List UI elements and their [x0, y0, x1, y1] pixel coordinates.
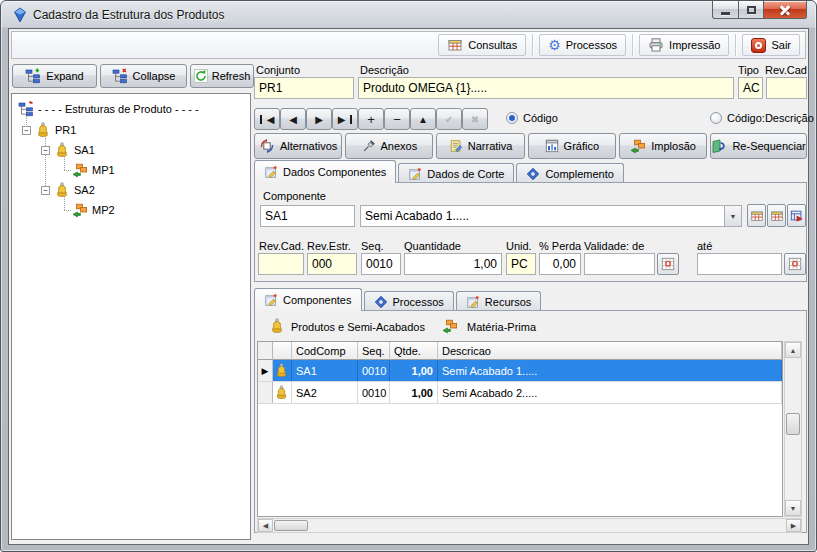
componentes-grid[interactable]: CodComp Seq. Qtde. Descricao ▶ SA1 0010 … [257, 341, 783, 517]
grid-row-sa1[interactable]: ▶ SA1 0010 1,00 Semi Acabado 1..... [258, 360, 782, 382]
tree-node-sa1[interactable]: − SA1 [41, 141, 95, 159]
structure-treeview[interactable]: - - - - Estruturas de Produto - - - - − … [11, 93, 251, 540]
componente-field[interactable]: SA1 [260, 205, 355, 227]
unid-field[interactable]: PC [506, 253, 536, 275]
impressao-button[interactable]: Impressão [639, 34, 729, 56]
nav-next-button[interactable]: ▶ [306, 108, 332, 130]
validade-ate-field[interactable] [697, 253, 782, 275]
nav-insert-button[interactable]: + [358, 108, 384, 130]
refresh-label: Refresh [212, 70, 251, 82]
cell-codcomp: SA1 [292, 360, 358, 381]
maximize-icon [747, 6, 756, 14]
grid-header-seq[interactable]: Seq. [358, 342, 390, 360]
cell-seq: 0010 [358, 382, 390, 403]
caption-buttons [712, 1, 807, 19]
expander-icon[interactable]: − [41, 146, 50, 155]
grid-header-indicator [258, 342, 273, 360]
grid-row-sa2[interactable]: SA2 0010 1,00 Semi Acabado 2..... [258, 382, 782, 404]
lookup-table-button-1[interactable] [747, 204, 766, 227]
radio-codigo-descricao[interactable]: Código:Descrição [710, 112, 814, 124]
scroll-thumb[interactable] [274, 520, 308, 531]
nav-first-icon: ◀ [267, 114, 275, 125]
anexos-button[interactable]: Anexos [345, 133, 433, 159]
tab-dados-de-corte[interactable]: Dados de Corte [398, 163, 514, 183]
nav-last-button[interactable]: ▶ [332, 108, 358, 130]
toolbar-separator [632, 34, 633, 56]
nav-edit-button[interactable]: ▲ [410, 108, 436, 130]
table-lookup-icon [447, 37, 463, 53]
tab-dados-componentes[interactable]: Dados Componentes [254, 160, 396, 183]
processos-button[interactable]: ⚙ Processos [539, 34, 626, 56]
alternativos-button[interactable]: Alternativos [254, 133, 342, 159]
grid-header-descricao[interactable]: Descricao [438, 342, 782, 360]
refresh-button[interactable]: Refresh [190, 64, 254, 88]
nav-last-icon: ▶ [338, 114, 346, 125]
goto-record-button[interactable] [787, 204, 806, 227]
tab-complemento[interactable]: Complemento [516, 163, 623, 183]
tree-node-pr1[interactable]: − PR1 [22, 121, 76, 139]
grid-header-qtde[interactable]: Qtde. [390, 342, 438, 360]
tree-node-sa2[interactable]: − SA2 [41, 181, 95, 199]
componente-combo[interactable]: Semi Acabado 1..... ▼ [360, 205, 742, 227]
expander-icon[interactable]: − [41, 186, 50, 195]
product-icon [35, 122, 51, 138]
chevron-down-icon[interactable]: ▼ [724, 206, 741, 226]
top-toolbar: Consultas ⚙ Processos Impressão Sair [11, 31, 806, 59]
tab-recursos[interactable]: Recursos [456, 291, 541, 311]
consultas-button[interactable]: Consultas [438, 34, 526, 56]
implosao-button[interactable]: Implosão [619, 133, 707, 159]
scroll-left-icon[interactable]: ◀ [258, 519, 273, 532]
grid-header-codcomp[interactable]: CodComp [292, 342, 358, 360]
radio-selected-icon[interactable] [506, 112, 518, 124]
product-icon [54, 182, 70, 198]
tree-node-mp1[interactable]: MP1 [72, 161, 115, 179]
revestr-field[interactable]: 000 [307, 253, 357, 275]
collapse-button[interactable]: Collapse [100, 64, 187, 88]
lookup-table-button-2[interactable] [767, 204, 786, 227]
validade-ate-calendar-button[interactable] [784, 253, 806, 275]
maximize-button[interactable] [739, 1, 764, 19]
resequenciar-button[interactable]: Re-Sequenciar [710, 133, 807, 159]
table-arrow-icon [790, 209, 804, 223]
descricao-field[interactable]: Produto OMEGA {1}..... [358, 77, 734, 99]
nav-post-button[interactable]: ✔ [436, 108, 462, 130]
revcad-field[interactable] [766, 77, 807, 99]
app-icon [12, 7, 28, 23]
tree-root-node[interactable]: - - - - Estruturas de Produto - - - - [18, 100, 199, 118]
close-button[interactable] [764, 1, 807, 19]
resequenciar-label: Re-Sequenciar [732, 140, 805, 152]
scroll-track[interactable] [785, 358, 801, 500]
quantidade-field[interactable]: 1,00 [404, 253, 502, 275]
validade-de-field[interactable] [584, 253, 655, 275]
title-bar[interactable]: Cadastro da Estrutura dos Produtos [1, 1, 816, 28]
nav-prior-button[interactable]: ◀ [280, 108, 306, 130]
tab-processos[interactable]: Processos [364, 291, 454, 311]
scroll-thumb[interactable] [786, 413, 800, 435]
nav-cancel-button[interactable]: ✖ [462, 108, 488, 130]
validade-de-calendar-button[interactable] [657, 253, 679, 275]
expander-icon[interactable]: − [22, 126, 31, 135]
table-lookup-icon [750, 209, 764, 223]
radio-unselected-icon[interactable] [710, 112, 722, 124]
scroll-right-icon[interactable]: ▶ [786, 519, 801, 532]
tab-componentes[interactable]: Componentes [254, 288, 362, 311]
scroll-up-icon[interactable]: ▲ [785, 342, 801, 358]
expand-button[interactable]: Expand [12, 64, 97, 88]
scroll-down-icon[interactable]: ▼ [785, 500, 801, 516]
radio-codigo[interactable]: Código [506, 112, 558, 124]
perda-field[interactable]: 0,00 [539, 253, 581, 275]
grid-vertical-scrollbar[interactable]: ▲ ▼ [784, 341, 802, 517]
grid-horizontal-scrollbar[interactable]: ◀ ▶ [257, 518, 802, 533]
seq-field[interactable]: 0010 [361, 253, 401, 275]
scroll-track[interactable] [273, 519, 786, 532]
tree-node-mp2[interactable]: MP2 [72, 201, 115, 219]
minimize-button[interactable] [712, 1, 739, 19]
tipo-field[interactable]: AC [738, 77, 763, 99]
sair-button[interactable]: Sair [742, 34, 800, 56]
grafico-button[interactable]: Gráfico [528, 133, 616, 159]
narrativa-button[interactable]: Narrativa [436, 133, 524, 159]
nav-delete-button[interactable]: − [384, 108, 410, 130]
nav-first-button[interactable]: ◀ [254, 108, 280, 130]
conjunto-field[interactable]: PR1 [254, 77, 354, 99]
revcad2-field[interactable] [258, 253, 304, 275]
